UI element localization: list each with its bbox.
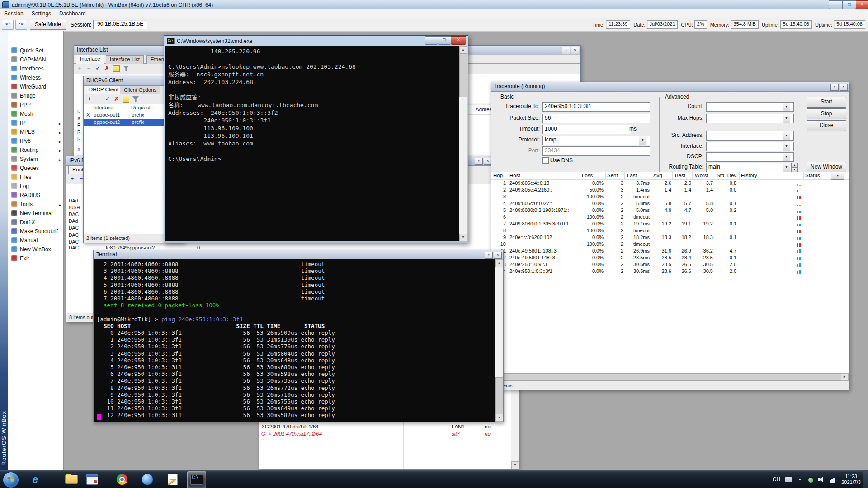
- timeout-field[interactable]: 1000: [542, 125, 631, 134]
- column-std-dev-[interactable]: Std. Dev.: [717, 173, 737, 178]
- close-icon[interactable]: [571, 47, 579, 54]
- sidebar-item-ppp[interactable]: PPP: [8, 101, 63, 109]
- routing-table-field[interactable]: main: [706, 163, 787, 172]
- comment-icon[interactable]: [113, 65, 120, 72]
- scroll-down-icon[interactable]: [511, 461, 519, 469]
- dropdown-icon[interactable]: [783, 131, 790, 141]
- src-address-field[interactable]: [706, 131, 794, 141]
- sidebar-item-capsman[interactable]: CAPsMAN: [8, 56, 63, 64]
- interface-row-flag[interactable]: R: [77, 136, 81, 141]
- sidebar-item-new-terminal[interactable]: New Terminal: [8, 209, 63, 217]
- keyboard-icon[interactable]: [785, 476, 792, 483]
- scroll-up-icon[interactable]: [495, 259, 503, 267]
- column-best[interactable]: Best: [675, 173, 685, 178]
- traceroute-row[interactable]: 10100.0%2timeout: [491, 241, 849, 248]
- sidebar-item-mesh[interactable]: Mesh: [8, 110, 63, 118]
- sidebar-item-ipv6[interactable]: IPv6: [8, 137, 63, 145]
- route-row-flag[interactable]: DAd: [69, 198, 78, 203]
- cmd-scrollbar[interactable]: [459, 46, 467, 241]
- taskbar-item-ie[interactable]: e: [26, 471, 44, 488]
- detach-icon[interactable]: [562, 47, 570, 54]
- new-window-button[interactable]: New Window: [807, 162, 846, 173]
- column-hop[interactable]: Hop: [493, 173, 503, 178]
- session-field[interactable]: 90:1B:0E:25:1B:5E: [93, 20, 147, 29]
- protocol-select[interactable]: icmp: [542, 136, 650, 145]
- interface-row-flag[interactable]: X: [77, 147, 80, 152]
- detach-icon[interactable]: [485, 252, 493, 259]
- traceroute-row[interactable]: 42409:805c:0:1027::0.0%25.8ms5.85.75.80.…: [491, 200, 849, 207]
- volume-icon[interactable]: [818, 476, 825, 483]
- dropdown-icon[interactable]: [639, 136, 646, 145]
- disable-icon[interactable]: [103, 65, 111, 72]
- traceroute-titlebar[interactable]: Traceroute (Running): [491, 82, 849, 92]
- column-history[interactable]: History: [741, 173, 757, 178]
- spinner-down-icon[interactable]: ▼: [791, 167, 798, 172]
- address-row[interactable]: G+2001:470:c:a17::2/64sit7no: [259, 431, 511, 438]
- taskbar-item-winbox[interactable]: [83, 471, 101, 488]
- column-interface[interactable]: Interface: [93, 105, 113, 110]
- use-dns-checkbox[interactable]: [542, 157, 549, 164]
- start-button[interactable]: [3, 472, 19, 488]
- add-icon[interactable]: [68, 175, 76, 183]
- add-icon[interactable]: [85, 95, 93, 103]
- sidebar-item-system[interactable]: System: [8, 155, 63, 163]
- taskbar-item-notepad[interactable]: [164, 471, 182, 488]
- filter-icon[interactable]: [132, 96, 139, 102]
- sidebar-item-radius[interactable]: RADIUS: [8, 191, 63, 199]
- taskbar-item-browser[interactable]: [138, 471, 156, 488]
- hidden-icons-arrow[interactable]: [797, 476, 804, 483]
- tab-interface[interactable]: Interface: [76, 55, 104, 64]
- route-row-flag[interactable]: DAC: [69, 225, 79, 230]
- interface-field[interactable]: [706, 142, 794, 151]
- traceroute-row[interactable]: 12240e:49:5801:148::30.0%228.5ms28.528.4…: [491, 254, 849, 261]
- show-desktop-button[interactable]: [863, 470, 868, 488]
- sidebar-item-make-supout-rif[interactable]: Make Supout.rif: [8, 227, 63, 235]
- scroll-up-icon[interactable]: [459, 46, 467, 54]
- terminal-scrollbar[interactable]: [495, 259, 503, 422]
- add-icon[interactable]: [76, 65, 84, 72]
- filter-dropdown-icon[interactable]: [831, 173, 844, 180]
- sidebar-item-wireguard[interactable]: WireGuard: [8, 83, 63, 91]
- start-button[interactable]: Start: [807, 97, 846, 108]
- detach-icon[interactable]: [830, 84, 839, 91]
- sidebar-item-new-winbox[interactable]: New WinBox: [8, 245, 63, 253]
- close-button[interactable]: [451, 36, 466, 45]
- status-tray-icon[interactable]: [808, 478, 813, 483]
- tab-client-options[interactable]: Client Options: [120, 86, 160, 94]
- interface-row-flag[interactable]: R: [77, 129, 81, 135]
- stop-button[interactable]: Stop: [807, 108, 846, 119]
- scroll-thumb[interactable]: [459, 53, 467, 97]
- traceroute-to-field[interactable]: 240e:950:1:0:3::3f1: [542, 102, 650, 112]
- traceroute-row[interactable]: 13240e:250:10:9::30.0%230.5ms28.526.530.…: [491, 261, 849, 268]
- traceroute-row[interactable]: 9240e::c:3:6200:1020.0%218.2ms18.318.218…: [491, 234, 849, 241]
- traceroute-row[interactable]: 72409:8080:0:1:305:3e0:0:10.0%219.1ms19.…: [491, 221, 849, 227]
- sidebar-item-wireless[interactable]: Wireless: [8, 74, 63, 82]
- maximize-button[interactable]: [438, 36, 451, 45]
- column-sent[interactable]: Sent: [607, 173, 618, 178]
- redo-icon[interactable]: [15, 20, 27, 30]
- scroll-down-icon[interactable]: [459, 234, 467, 241]
- scroll-thumb[interactable]: [499, 373, 841, 381]
- column-loss[interactable]: Loss: [582, 173, 593, 178]
- detach-icon[interactable]: [475, 158, 483, 165]
- minimize-button[interactable]: [829, 0, 843, 9]
- route-row-flag[interactable]: DAC: [69, 211, 79, 217]
- remove-icon[interactable]: [85, 65, 93, 72]
- route-row-flag[interactable]: DAC: [69, 245, 79, 250]
- enable-icon[interactable]: [94, 65, 102, 72]
- close-button[interactable]: Close: [807, 120, 846, 131]
- enable-icon[interactable]: [104, 95, 111, 103]
- disable-icon[interactable]: [113, 95, 120, 103]
- tab-interface-list[interactable]: Interface List: [106, 55, 144, 64]
- taskbar-item-explorer[interactable]: [62, 471, 80, 488]
- dscp-field[interactable]: [706, 152, 794, 162]
- close-icon[interactable]: [494, 252, 502, 259]
- sidebar-item-log[interactable]: Log: [8, 182, 63, 190]
- dropdown-icon[interactable]: [783, 102, 790, 112]
- sidebar-item-tools[interactable]: Tools: [8, 200, 63, 208]
- traceroute-hscrollbar[interactable]: [491, 373, 849, 380]
- traceroute-row[interactable]: 8100.0%2timeout: [491, 227, 849, 234]
- undo-icon[interactable]: [2, 20, 14, 30]
- traceroute-row[interactable]: 3100.0%2timeout: [491, 193, 849, 200]
- sidebar-item-routing[interactable]: Routing: [8, 146, 63, 154]
